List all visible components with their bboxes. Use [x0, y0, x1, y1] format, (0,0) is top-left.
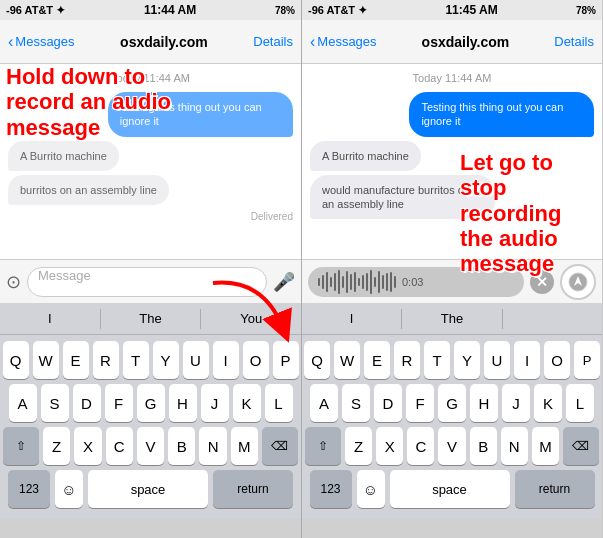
key-o-left[interactable]: O	[243, 341, 269, 379]
key-r-right[interactable]: R	[394, 341, 420, 379]
key-e-right[interactable]: E	[364, 341, 390, 379]
key-shift-left[interactable]: ⇧	[3, 427, 39, 465]
key-return-right[interactable]: return	[515, 470, 595, 508]
battery-left: 78%	[275, 5, 295, 16]
key-y-right[interactable]: Y	[454, 341, 480, 379]
key-q-right[interactable]: Q	[304, 341, 330, 379]
autocorrect-i-left[interactable]: I	[0, 311, 100, 326]
date-header-right: Today 11:44 AM	[310, 72, 594, 84]
key-e-left[interactable]: E	[63, 341, 89, 379]
status-bar-left: -96 AT&T ✦ 11:44 AM 78%	[0, 0, 301, 20]
autocorrect-i-right[interactable]: I	[302, 311, 401, 326]
key-g-left[interactable]: G	[137, 384, 165, 422]
waveform-bar	[342, 276, 344, 288]
message-in-left-2: burritos on an assembly line	[8, 175, 169, 205]
time-right: 11:45 AM	[445, 3, 497, 17]
key-u-left[interactable]: U	[183, 341, 209, 379]
key-space-left[interactable]: space	[88, 470, 208, 508]
key-f-right[interactable]: F	[406, 384, 434, 422]
key-a-left[interactable]: A	[9, 384, 37, 422]
waveform-bar	[370, 270, 372, 294]
key-r-left[interactable]: R	[93, 341, 119, 379]
key-w-left[interactable]: W	[33, 341, 59, 379]
key-b-left[interactable]: B	[168, 427, 195, 465]
key-g-right[interactable]: G	[438, 384, 466, 422]
details-button-right[interactable]: Details	[554, 34, 594, 49]
key-space-right[interactable]: space	[390, 470, 510, 508]
waveform-bar	[390, 272, 392, 292]
autocorrect-the-right[interactable]: The	[402, 311, 501, 326]
key-123-right[interactable]: 123	[310, 470, 352, 508]
back-label-left: Messages	[15, 34, 74, 49]
details-button-left[interactable]: Details	[253, 34, 293, 49]
key-i-right[interactable]: I	[514, 341, 540, 379]
message-row-left-2: A Burrito machine	[8, 141, 293, 175]
arrow-overlay-left	[203, 273, 293, 343]
key-w-right[interactable]: W	[334, 341, 360, 379]
waveform-bar	[354, 272, 356, 292]
key-k-right[interactable]: K	[534, 384, 562, 422]
keyboard-left: Q W E R T Y U I O P A S D F G H J K L ⇧ …	[0, 335, 301, 519]
key-i-left[interactable]: I	[213, 341, 239, 379]
key-z-right[interactable]: Z	[345, 427, 372, 465]
back-button-right[interactable]: ‹ Messages	[310, 33, 377, 51]
key-emoji-left[interactable]: ☺	[55, 470, 83, 508]
key-m-left[interactable]: M	[231, 427, 258, 465]
message-row-right-1: Testing this thing out you can ignore it	[310, 92, 594, 141]
key-h-left[interactable]: H	[169, 384, 197, 422]
key-a-right[interactable]: A	[310, 384, 338, 422]
key-u-right[interactable]: U	[484, 341, 510, 379]
key-p-left[interactable]: P	[273, 341, 299, 379]
key-v-left[interactable]: V	[137, 427, 164, 465]
key-emoji-right[interactable]: ☺	[357, 470, 385, 508]
key-o-right[interactable]: O	[544, 341, 570, 379]
key-l-right[interactable]: L	[566, 384, 594, 422]
carrier-right: -96 AT&T ✦	[308, 4, 367, 17]
status-left: -96 AT&T ✦	[6, 4, 65, 17]
key-n-right[interactable]: N	[501, 427, 528, 465]
nav-bar-right: ‹ Messages osxdaily.com Details	[302, 20, 602, 64]
key-v-right[interactable]: V	[438, 427, 465, 465]
keyboard-right: Q W E R T Y U I O P A S D F G H J K L ⇧ …	[302, 335, 602, 519]
key-s-left[interactable]: S	[41, 384, 69, 422]
key-c-left[interactable]: C	[106, 427, 133, 465]
status-left-right: -96 AT&T ✦	[308, 4, 367, 17]
key-d-right[interactable]: D	[374, 384, 402, 422]
waveform-bar	[378, 271, 380, 293]
back-button-left[interactable]: ‹ Messages	[8, 33, 75, 51]
key-return-left[interactable]: return	[213, 470, 293, 508]
message-row-left-3: burritos on an assembly line	[8, 175, 293, 209]
key-x-left[interactable]: X	[74, 427, 101, 465]
nav-title-right: osxdaily.com	[422, 34, 510, 50]
key-k-left[interactable]: K	[233, 384, 261, 422]
key-d-left[interactable]: D	[73, 384, 101, 422]
phone-left: -96 AT&T ✦ 11:44 AM 78% ‹ Messages osxda…	[0, 0, 301, 538]
key-q-left[interactable]: Q	[3, 341, 29, 379]
key-s-right[interactable]: S	[342, 384, 370, 422]
message-in-left-1: A Burrito machine	[8, 141, 119, 171]
key-l-left[interactable]: L	[265, 384, 293, 422]
key-n-left[interactable]: N	[199, 427, 226, 465]
key-b-right[interactable]: B	[470, 427, 497, 465]
key-j-left[interactable]: J	[201, 384, 229, 422]
key-h-right[interactable]: H	[470, 384, 498, 422]
message-in-right-1: A Burrito machine	[310, 141, 421, 171]
key-j-right[interactable]: J	[502, 384, 530, 422]
key-delete-left[interactable]: ⌫	[262, 427, 298, 465]
key-t-left[interactable]: T	[123, 341, 149, 379]
waveform-bar	[334, 273, 336, 291]
key-p-right[interactable]: P	[574, 341, 600, 379]
key-m-right[interactable]: M	[532, 427, 559, 465]
key-x-right[interactable]: X	[376, 427, 403, 465]
autocorrect-the-left[interactable]: The	[101, 311, 201, 326]
key-shift-right[interactable]: ⇧	[305, 427, 341, 465]
key-z-left[interactable]: Z	[43, 427, 70, 465]
key-123-left[interactable]: 123	[8, 470, 50, 508]
input-placeholder-left: Message	[38, 268, 91, 283]
key-t-right[interactable]: T	[424, 341, 450, 379]
key-f-left[interactable]: F	[105, 384, 133, 422]
recording-timer: 0:03	[402, 276, 423, 288]
key-delete-right[interactable]: ⌫	[563, 427, 599, 465]
key-y-left[interactable]: Y	[153, 341, 179, 379]
key-c-right[interactable]: C	[407, 427, 434, 465]
